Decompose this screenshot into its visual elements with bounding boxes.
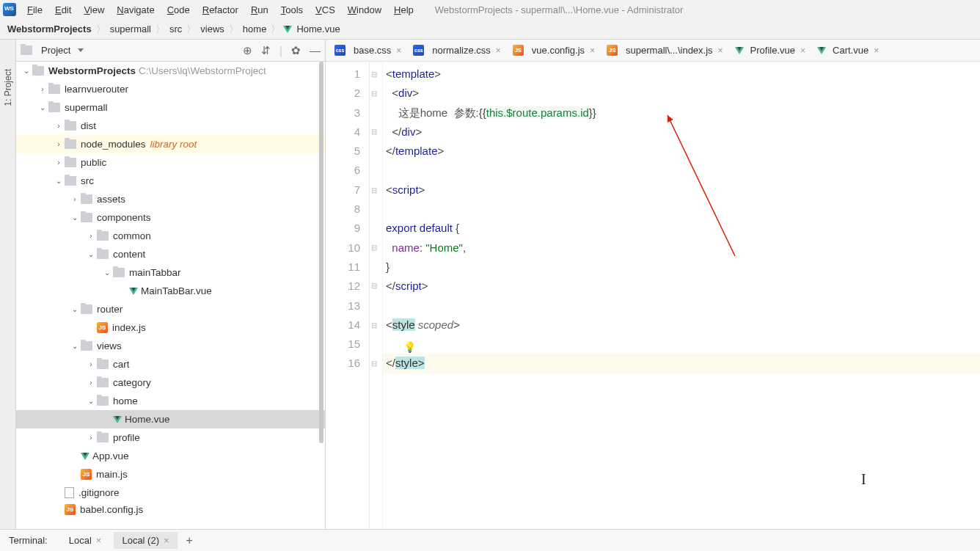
expand-icon[interactable] [69, 195, 81, 203]
tree-scrollbar[interactable] [318, 62, 325, 529]
tree-item[interactable]: src [16, 172, 325, 190]
code-content[interactable]: <template> <div> 这是home 参数:{{this.$route… [383, 62, 980, 529]
terminal-tab[interactable]: Local (2)× [114, 532, 177, 549]
editor-tab[interactable]: Cart.vue× [811, 40, 885, 61]
tree-item[interactable]: mainTabbar [16, 263, 325, 282]
expand-icon[interactable] [85, 232, 97, 240]
line-gutter: 12345678910111213141516 [326, 62, 370, 529]
hide-icon[interactable]: — [310, 44, 321, 56]
close-icon[interactable]: × [874, 45, 879, 56]
tree-item[interactable]: category [16, 373, 325, 392]
breadcrumb-file[interactable]: Home.vue [295, 23, 341, 34]
menu-navigate[interactable]: Navigate [111, 3, 160, 17]
editor-tab[interactable]: cssbase.css× [329, 40, 407, 61]
tree-item[interactable]: Home.vue [16, 410, 325, 428]
breadcrumb-segment[interactable]: views [199, 23, 226, 34]
add-terminal-button[interactable]: + [186, 534, 193, 547]
tree-item[interactable]: home [16, 392, 325, 410]
folder-icon [65, 158, 76, 167]
chevron-down-icon[interactable] [78, 48, 84, 52]
editor-tab[interactable]: Profile.vue× [729, 40, 811, 61]
expand-icon[interactable] [85, 434, 97, 442]
tree-item[interactable]: App.vue [16, 447, 325, 465]
close-icon[interactable]: × [800, 45, 805, 56]
breadcrumb-segment[interactable]: src [168, 23, 183, 34]
tree-item[interactable]: cart [16, 355, 325, 373]
scrollbar-thumb[interactable] [319, 62, 323, 443]
tree-item[interactable]: views [16, 337, 325, 355]
menu-vcs[interactable]: VCS [310, 3, 341, 17]
menu-run[interactable]: Run [245, 3, 274, 17]
expand-icon[interactable] [85, 397, 97, 405]
editor-tab[interactable]: JSvue.config.js× [507, 40, 601, 61]
expand-icon[interactable] [37, 85, 48, 93]
breadcrumb-root[interactable]: WebstormProjects [6, 23, 93, 34]
expand-icon[interactable] [69, 214, 81, 222]
menu-help[interactable]: Help [388, 3, 420, 17]
expand-icon[interactable] [69, 305, 81, 313]
tree-item[interactable]: supermall [16, 98, 325, 117]
line-number: 14 [326, 315, 360, 335]
close-icon[interactable]: × [718, 45, 723, 56]
tree-item[interactable]: learnvuerouter [16, 80, 325, 98]
menu-refactor[interactable]: Refactor [197, 3, 244, 17]
expand-icon[interactable] [69, 342, 81, 350]
expand-icon[interactable] [37, 103, 48, 112]
tree-item[interactable]: dist [16, 117, 325, 135]
expand-icon[interactable] [53, 177, 65, 185]
folder-icon [113, 268, 125, 277]
gear-icon[interactable]: ✿ [291, 44, 301, 57]
project-tree[interactable]: WebstormProjects C:\Users\lq\WebstormPro… [16, 62, 325, 529]
tree-item[interactable]: common [16, 227, 325, 245]
tree-item[interactable]: JSbabel.config.js [16, 502, 325, 517]
tree-item[interactable]: components [16, 208, 325, 227]
close-icon[interactable]: × [590, 45, 595, 56]
code-area[interactable]: 12345678910111213141516 ⊟ ⊟ ⊟ ⊟ ⊟ ⊟ ⊟ ⊟ … [326, 62, 980, 529]
menu-code[interactable]: Code [161, 3, 196, 17]
text-cursor-icon: I [861, 470, 866, 489]
project-icon [21, 45, 32, 55]
editor-tab[interactable]: JSsupermall\...\index.js× [601, 40, 729, 61]
expand-icon[interactable] [85, 250, 97, 258]
close-icon[interactable]: × [496, 45, 501, 56]
folder-icon [97, 231, 109, 241]
tree-item[interactable]: JSmain.js [16, 465, 325, 484]
expand-icon[interactable] [53, 158, 65, 167]
expand-icon[interactable] [85, 379, 97, 387]
editor-tab[interactable]: cssnormalize.css× [407, 40, 506, 61]
tree-item[interactable]: router [16, 300, 325, 318]
tree-root[interactable]: WebstormProjects C:\Users\lq\WebstormPro… [16, 62, 325, 80]
line-number: 4 [326, 123, 360, 142]
expand-icon[interactable] [53, 122, 65, 130]
locate-icon[interactable]: ⊕ [243, 44, 252, 57]
menu-window[interactable]: Window [342, 3, 387, 17]
terminal-tab[interactable]: Local× [61, 532, 110, 549]
breadcrumb-segment[interactable]: home [241, 23, 268, 34]
tree-item[interactable]: assets [16, 190, 325, 208]
expand-icon[interactable] [101, 269, 113, 277]
tree-item[interactable]: node_moduleslibrary root [16, 135, 325, 153]
close-icon[interactable]: × [396, 45, 401, 56]
project-tool-tab[interactable]: 1: Project [3, 69, 13, 106]
expand-icon[interactable] [53, 140, 65, 148]
collapse-icon[interactable]: ⇵ [261, 44, 271, 57]
tree-item[interactable]: content [16, 245, 325, 263]
menu-view[interactable]: View [78, 3, 110, 17]
line-number: 6 [326, 161, 360, 180]
tree-item[interactable]: .gitignore [16, 484, 325, 502]
expand-icon[interactable] [85, 360, 97, 368]
tree-item[interactable]: JSindex.js [16, 318, 325, 337]
tree-item[interactable]: public [16, 153, 325, 172]
menu-tools[interactable]: Tools [275, 3, 309, 17]
menu-file[interactable]: File [21, 3, 48, 17]
breadcrumb-segment[interactable]: supermall [109, 23, 153, 34]
project-view-title[interactable]: Project [41, 45, 70, 56]
tree-item[interactable]: profile [16, 428, 325, 447]
close-icon[interactable]: × [96, 535, 102, 546]
expand-icon[interactable] [21, 67, 32, 75]
line-number: 15 [326, 335, 360, 354]
tree-item[interactable]: MainTabBar.vue [16, 282, 325, 300]
menu-edit[interactable]: Edit [49, 3, 77, 17]
close-icon[interactable]: × [164, 535, 169, 546]
intention-bulb-icon[interactable]: 💡 [403, 337, 416, 357]
